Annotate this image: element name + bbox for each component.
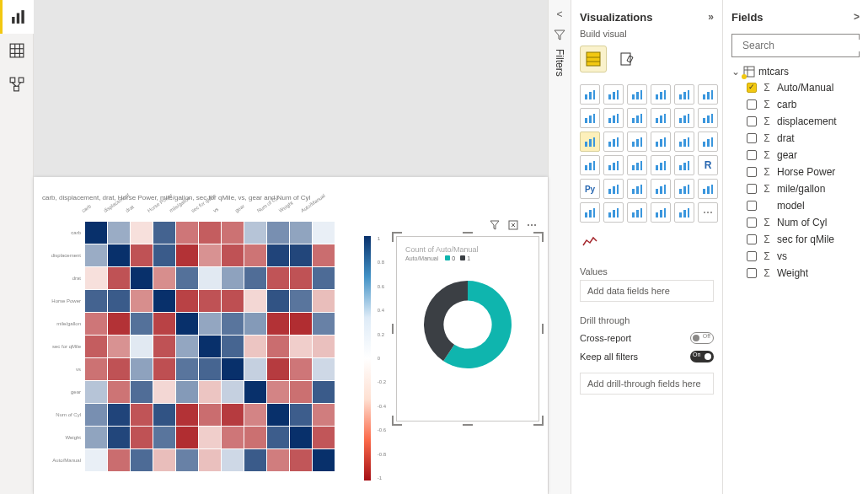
- viz-type-table[interactable]: [651, 155, 671, 175]
- viz-type-stacked-column[interactable]: [627, 84, 647, 105]
- viz-type-gauge[interactable]: [674, 132, 694, 152]
- cross-report-toggle[interactable]: Off: [690, 332, 714, 344]
- viz-type-scatter[interactable]: [674, 108, 694, 128]
- viz-type-qa[interactable]: [651, 179, 671, 199]
- field-drat[interactable]: Σ drat: [731, 130, 860, 147]
- keep-filters-toggle[interactable]: On: [690, 351, 714, 362]
- viz-type-line[interactable]: [674, 84, 694, 105]
- field-checkbox[interactable]: [747, 99, 757, 110]
- viz-type-custom2[interactable]: [674, 202, 694, 223]
- field-checkbox[interactable]: [747, 83, 757, 93]
- viz-type-more[interactable]: ⋯: [698, 202, 718, 223]
- field-checkbox[interactable]: [747, 217, 757, 228]
- viz-type-funnel[interactable]: [651, 108, 671, 128]
- report-view-button[interactable]: [0, 0, 34, 34]
- viz-type-paginated[interactable]: [698, 179, 718, 199]
- field-checkbox[interactable]: [747, 201, 757, 211]
- viz-type-custom1[interactable]: [651, 202, 671, 223]
- collapse-viz-icon[interactable]: »: [708, 11, 714, 23]
- get-more-visuals-button[interactable]: [580, 231, 600, 251]
- donut-chart-visual[interactable]: Count of Auto/Manual Auto/Manual 01: [396, 236, 539, 422]
- viz-type-pie[interactable]: [698, 108, 718, 128]
- field-sec-for-qmile[interactable]: Σ sec for qMile: [731, 231, 860, 248]
- field-checkbox[interactable]: [747, 268, 757, 278]
- resize-handle[interactable]: [533, 324, 544, 334]
- field-weight[interactable]: Σ Weight: [731, 265, 860, 282]
- field-checkbox[interactable]: [747, 116, 757, 126]
- viz-type-arcgis[interactable]: [580, 202, 600, 223]
- viz-type-r-visual[interactable]: R: [698, 155, 718, 175]
- viz-type-clustered-bar[interactable]: [603, 84, 624, 105]
- viz-type-multi-card[interactable]: [580, 155, 600, 175]
- field-mile-gallon[interactable]: Σ mile/gallon: [731, 180, 860, 197]
- field-checkbox[interactable]: [747, 251, 757, 261]
- viz-type-line-stacked[interactable]: [580, 108, 600, 128]
- field-gear[interactable]: Σ gear: [731, 147, 860, 164]
- viz-type-matrix[interactable]: [674, 155, 694, 175]
- field-checkbox[interactable]: [747, 184, 757, 194]
- field-model[interactable]: model: [731, 197, 860, 214]
- viz-type-py-visual[interactable]: Py: [580, 179, 600, 199]
- expand-filters-icon[interactable]: <: [556, 8, 562, 20]
- field-checkbox[interactable]: [747, 167, 757, 177]
- resize-handle[interactable]: [392, 232, 402, 242]
- filter-icon[interactable]: [488, 218, 501, 232]
- field-num-of-cyl[interactable]: Σ Num of Cyl: [731, 214, 860, 231]
- resize-handle[interactable]: [533, 416, 544, 426]
- viz-type-key-influencers[interactable]: [603, 179, 624, 199]
- viz-type-ribbon[interactable]: [603, 108, 624, 128]
- format-visual-tab[interactable]: [613, 46, 640, 72]
- data-view-button[interactable]: [0, 34, 34, 67]
- viz-type-stacked-bar[interactable]: [580, 84, 600, 105]
- heatmap-cell: [199, 313, 221, 335]
- field-checkbox[interactable]: [747, 150, 757, 160]
- field-horse-power[interactable]: Σ Horse Power: [731, 164, 860, 180]
- model-view-button[interactable]: [0, 67, 34, 101]
- build-visual-tab[interactable]: [580, 46, 607, 72]
- field-checkbox[interactable]: [747, 133, 757, 143]
- resize-handle[interactable]: [463, 232, 473, 242]
- fields id-search-input[interactable]: [742, 40, 868, 51]
- fields-search-box[interactable]: [731, 34, 860, 57]
- viz-type-power-apps[interactable]: [603, 202, 624, 223]
- resize-handle[interactable]: [392, 416, 402, 426]
- viz-type-donut[interactable]: [580, 132, 600, 152]
- heatmap-cell: [222, 244, 244, 266]
- viz-type-kpi[interactable]: [603, 155, 624, 175]
- resize-handle[interactable]: [533, 232, 544, 242]
- filters-pane-collapsed[interactable]: < Filters: [548, 0, 571, 494]
- svg-rect-91: [613, 186, 615, 194]
- viz-type-power-automate[interactable]: [627, 202, 647, 223]
- svg-rect-65: [640, 137, 642, 147]
- field-carb[interactable]: Σ carb: [731, 96, 860, 113]
- values-dropzone[interactable]: Add data fields here: [580, 280, 714, 302]
- field-auto-manual[interactable]: Σ Auto/Manual: [731, 79, 860, 96]
- drillthrough-dropzone[interactable]: Add drill-through fields here: [580, 373, 714, 395]
- viz-type-filled-map[interactable]: [651, 132, 671, 152]
- viz-type-smart-narrative[interactable]: [674, 179, 694, 199]
- heatmap-cell: [176, 336, 198, 357]
- viz-type-treemap[interactable]: [603, 132, 624, 152]
- viz-type-clustered-column[interactable]: [651, 84, 671, 105]
- fields-table-mtcars[interactable]: ⌄ mtcars: [731, 64, 860, 79]
- heatmap-cell: [222, 427, 244, 448]
- viz-type-waterfall[interactable]: [627, 108, 647, 128]
- collapse-fields-icon[interactable]: >: [854, 11, 860, 23]
- viz-type-slicer[interactable]: [627, 155, 647, 175]
- field-checkbox[interactable]: [747, 234, 757, 244]
- chevron-down-icon[interactable]: ⌄: [731, 66, 740, 78]
- field-displacement[interactable]: Σ displacement: [731, 113, 860, 130]
- resize-handle[interactable]: [463, 416, 473, 426]
- viz-type-area[interactable]: [698, 84, 718, 105]
- viz-type-decomposition[interactable]: [627, 179, 647, 199]
- more-options-icon[interactable]: [525, 218, 538, 232]
- viz-type-map[interactable]: [627, 132, 647, 152]
- viz-type-card[interactable]: [698, 132, 718, 152]
- report-page[interactable]: carb, displacement, drat, Horse Power, m…: [34, 177, 548, 494]
- svg-rect-67: [660, 139, 662, 147]
- field-vs[interactable]: Σ vs: [731, 248, 860, 265]
- table-icon: [9, 43, 24, 58]
- heatmap-visual[interactable]: carb, displacement, drat, Horse Power, m…: [42, 194, 371, 471]
- resize-handle[interactable]: [392, 324, 402, 334]
- focus-mode-icon[interactable]: [506, 218, 520, 232]
